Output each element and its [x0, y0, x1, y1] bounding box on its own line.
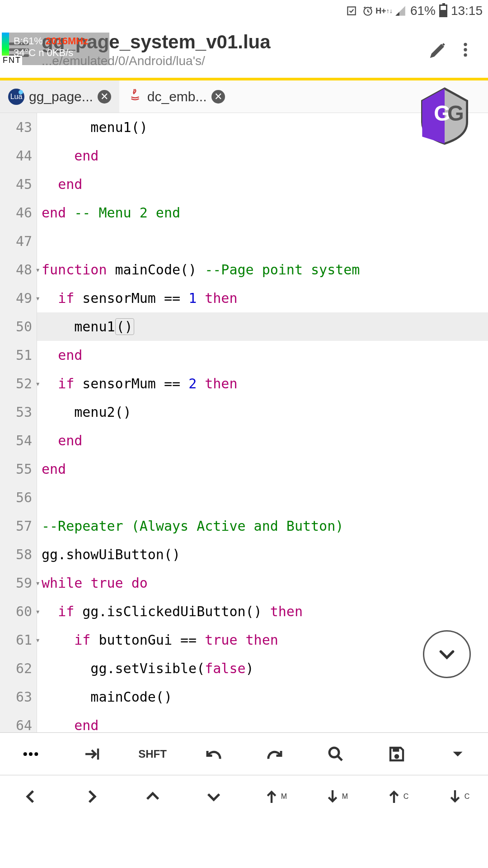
clock: 13:15 [451, 4, 483, 18]
shift-button[interactable]: SHFT [122, 748, 183, 760]
line-number[interactable]: 60 [0, 597, 32, 626]
java-icon [127, 87, 143, 106]
close-icon[interactable]: ✕ [211, 90, 225, 104]
save-button[interactable] [366, 745, 427, 764]
gameguardian-overlay-icon[interactable]: GG [418, 86, 472, 145]
svg-point-12 [394, 754, 399, 759]
code-line[interactable]: gg.setVisible(false) [37, 654, 488, 683]
code-line[interactable]: menu1() [37, 312, 488, 341]
code-line[interactable]: if gg.isClickedUiButton() then [37, 597, 488, 626]
code-line[interactable]: while true do [37, 569, 488, 597]
line-number[interactable]: 64 [0, 711, 32, 732]
code-line[interactable]: gg.showUiButton() [37, 540, 488, 569]
svg-point-10 [329, 748, 339, 757]
code-line[interactable]: --Repeater (Always Active and Button) [37, 512, 488, 540]
line-number[interactable]: 62 [0, 654, 32, 683]
scroll-down-button[interactable] [423, 630, 471, 678]
code-line[interactable]: function mainCode() --Page point system [37, 255, 488, 284]
svg-text:G: G [447, 101, 464, 125]
line-number[interactable]: 47 [0, 227, 32, 255]
svg-point-3 [464, 48, 467, 51]
tab-dc-emb[interactable]: dc_emb... ✕ [119, 80, 233, 113]
system-monitor-overlay[interactable]: B:61% 2016MHz 34°C n 0KB/s FNT [2, 33, 109, 65]
line-number[interactable]: 63 [0, 683, 32, 711]
code-line[interactable] [37, 227, 488, 255]
edit-button[interactable] [425, 36, 452, 63]
line-number[interactable]: 55 [0, 455, 32, 483]
code-line[interactable]: menu2() [37, 398, 488, 426]
line-number[interactable]: 48 [0, 255, 32, 284]
nav-right-button[interactable] [61, 787, 122, 806]
search-button[interactable] [305, 745, 366, 764]
line-number[interactable]: 44 [0, 142, 32, 170]
status-icon-generic [345, 5, 358, 17]
close-icon[interactable]: ✕ [98, 90, 111, 104]
cursor-down-button[interactable]: C [427, 787, 488, 806]
svg-point-8 [28, 752, 32, 755]
code-area[interactable]: menu1() end endend -- Menu 2 endfunction… [37, 113, 488, 732]
line-number[interactable]: 61 [0, 626, 32, 654]
line-number[interactable]: 43 [0, 113, 32, 142]
code-line[interactable]: end [37, 426, 488, 455]
line-number[interactable]: 50 [0, 312, 32, 341]
alarm-icon [361, 5, 374, 17]
nav-up-button[interactable] [122, 787, 183, 806]
line-number[interactable]: 56 [0, 483, 32, 512]
dropdown-button[interactable] [427, 745, 488, 764]
line-number[interactable]: 46 [0, 198, 32, 227]
code-line[interactable]: end [37, 455, 488, 483]
tab-gg-page[interactable]: Lua gg_page... ✕ [0, 80, 119, 113]
nav-left-button[interactable] [0, 787, 61, 806]
code-line[interactable]: end [37, 170, 488, 198]
tab-label: dc_emb... [147, 89, 207, 104]
tab-bar: Lua gg_page... ✕ dc_emb... ✕ [0, 80, 488, 113]
overlay-corner: FNT [2, 56, 22, 65]
line-number[interactable]: 59 [0, 569, 32, 597]
line-number-gutter[interactable]: 4344454647484950515253545556575859606162… [0, 113, 37, 732]
code-line[interactable]: end -- Menu 2 end [37, 198, 488, 227]
code-line[interactable]: if sensorMum == 1 then [37, 284, 488, 312]
overlay-battery: B:61% [14, 35, 43, 47]
lua-icon: Lua [8, 89, 24, 105]
tab-indent-button[interactable] [61, 745, 122, 764]
network-hplus-icon: H+↑↓ [378, 5, 390, 17]
line-number[interactable]: 51 [0, 341, 32, 369]
code-line[interactable]: end [37, 711, 488, 732]
battery-percent: 61% [410, 4, 436, 18]
battery-icon [439, 5, 447, 17]
svg-point-4 [464, 53, 467, 57]
line-number[interactable]: 53 [0, 398, 32, 426]
code-line[interactable]: if sensorMum == 2 then [37, 369, 488, 398]
svg-point-7 [23, 752, 27, 755]
line-number[interactable]: 45 [0, 170, 32, 198]
code-line[interactable]: if buttonGui == true then [37, 626, 488, 654]
line-number[interactable]: 52 [0, 369, 32, 398]
code-editor[interactable]: 4344454647484950515253545556575859606162… [0, 113, 488, 732]
overflow-menu-button[interactable] [452, 36, 479, 63]
line-number[interactable]: 58 [0, 540, 32, 569]
mark-down-button[interactable]: M [305, 787, 366, 806]
redo-button[interactable] [244, 745, 305, 764]
line-number[interactable]: 57 [0, 512, 32, 540]
line-number[interactable]: 49 [0, 284, 32, 312]
signal-icon [394, 5, 407, 17]
code-line[interactable]: end [37, 341, 488, 369]
code-line[interactable] [37, 483, 488, 512]
editor-toolbar-nav: M M C C [0, 775, 488, 817]
code-line[interactable]: mainCode() [37, 683, 488, 711]
code-line[interactable]: end [37, 142, 488, 170]
cursor-up-button[interactable]: C [366, 787, 427, 806]
line-number[interactable]: 54 [0, 426, 32, 455]
svg-rect-0 [347, 7, 355, 14]
editor-toolbar-primary: SHFT [0, 732, 488, 775]
svg-rect-11 [393, 748, 399, 752]
svg-point-9 [34, 752, 38, 755]
more-button[interactable] [0, 745, 61, 764]
overlay-net: n 0KB/s [38, 47, 73, 58]
overlay-freq: 2016MHz [46, 35, 88, 47]
android-status-bar: H+↑↓ 61% 13:15 [0, 0, 488, 22]
nav-down-button[interactable] [183, 787, 244, 806]
mark-up-button[interactable]: M [244, 787, 305, 806]
undo-button[interactable] [183, 745, 244, 764]
tab-label: gg_page... [29, 89, 93, 104]
